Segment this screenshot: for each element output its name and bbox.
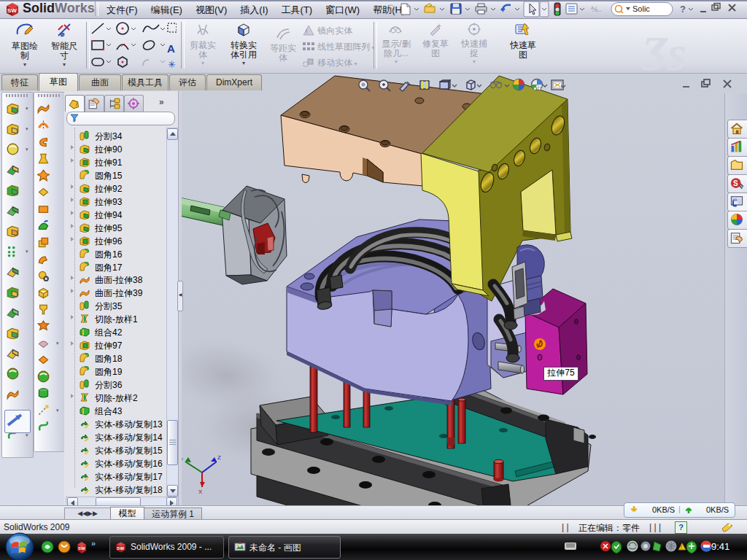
svg-text:»: » bbox=[91, 539, 96, 548]
svg-text:SW: SW bbox=[7, 7, 17, 14]
svg-text:⌀: ⌀ bbox=[61, 31, 65, 38]
svg-text:+: + bbox=[437, 22, 441, 30]
svg-text:Solic: Solic bbox=[632, 4, 650, 13]
svg-text:!: ! bbox=[681, 545, 682, 550]
svg-text:A: A bbox=[167, 42, 175, 55]
svg-text:SW: SW bbox=[78, 546, 85, 551]
svg-text:SW: SW bbox=[117, 545, 124, 551]
svg-text:X: X bbox=[198, 489, 203, 495]
svg-text:?: ? bbox=[680, 4, 686, 15]
svg-text:Z: Z bbox=[217, 454, 221, 461]
svg-text:S: S bbox=[733, 179, 738, 187]
svg-text:⅍..: ⅍.. bbox=[591, 5, 602, 13]
svg-text:!: ! bbox=[306, 28, 308, 35]
svg-text:✳: ✳ bbox=[168, 59, 176, 70]
